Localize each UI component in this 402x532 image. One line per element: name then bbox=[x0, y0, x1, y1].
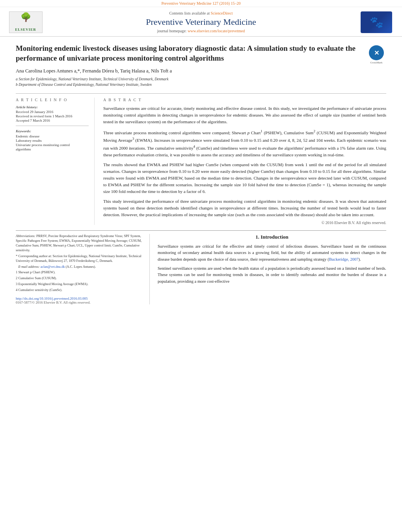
fn2: 2 Cumulative Sum (CUSUM). bbox=[16, 276, 144, 281]
doi-anchor[interactable]: http://dx.doi.org/10.1016/j.prevetmed.20… bbox=[16, 297, 88, 300]
abstract-para3: The results showed that EWMA and PSHEW h… bbox=[103, 161, 386, 195]
affiliation-a: a Section for Epidemiology, National Vet… bbox=[16, 76, 386, 82]
article-title-section: Monitoring endemic livestock diseases us… bbox=[16, 44, 386, 64]
article-title: Monitoring endemic livestock diseases us… bbox=[16, 44, 367, 63]
intro-heading: 1. Introduction bbox=[158, 234, 386, 240]
crossmark-logo[interactable]: ✕ CrossMark bbox=[367, 45, 386, 64]
email-link[interactable]: aclan@vet.dnu.dk bbox=[41, 265, 65, 269]
abstract-text: Surveillance systems are critical for ac… bbox=[103, 105, 386, 219]
fn1: 1 Shewart p Chart (PSHEW). bbox=[16, 270, 144, 275]
abbreviations: Abbreviations: PRRSV, Porcine Reproducti… bbox=[16, 234, 144, 253]
keywords-label: Keywords: bbox=[16, 129, 89, 133]
elsevier-box: 🌳 ELSEVIER bbox=[9, 11, 43, 33]
footnotes-col: Abbreviations: PRRSV, Porcine Reproducti… bbox=[16, 234, 150, 304]
article-info-heading: A R T I C L E I N F O bbox=[16, 98, 89, 102]
intro-para1: Surveillance systems are critical for th… bbox=[158, 243, 386, 263]
fn3: 3 Exponentially Weighted Moving Average … bbox=[16, 282, 144, 287]
abstract-para4: This study investigated the performance … bbox=[103, 198, 386, 218]
homepage-label: journal homepage: bbox=[157, 29, 187, 33]
fn4: 4 Cumulative sensitivity (CumSe). bbox=[16, 288, 144, 293]
bottom-two-col: Abbreviations: PRRSV, Porcine Reproducti… bbox=[16, 234, 386, 304]
authors-text: Ana Carolina Lopes Antunes a,*, Fernanda… bbox=[16, 68, 172, 74]
abstract-heading: A B S T R A C T bbox=[103, 98, 386, 102]
contents-label: Contents lists available at bbox=[169, 11, 209, 15]
col-right: A B S T R A C T Surveillance systems are… bbox=[103, 98, 386, 225]
abstract-para2: Three univariate process monitoring cont… bbox=[103, 128, 386, 158]
corresponding-text: * Corresponding author at: Section for E… bbox=[16, 254, 141, 263]
intro-para2: Sentinel surveillance systems are used w… bbox=[158, 265, 386, 285]
email-label: E-mail address: bbox=[18, 265, 39, 269]
journal-logo-right: 🐾 bbox=[359, 10, 394, 34]
article-info-abstract: A R T I C L E I N F O Article history: R… bbox=[16, 93, 386, 225]
intro-text: Surveillance systems are critical for th… bbox=[158, 243, 386, 285]
history-label: Article history: bbox=[16, 105, 89, 109]
bottom-divider bbox=[16, 230, 386, 231]
crossmark-label: CrossMark bbox=[370, 61, 382, 64]
header-center: Contents lists available at ScienceDirec… bbox=[43, 11, 359, 33]
crossmark-icon: ✕ bbox=[369, 45, 384, 60]
buckeridge-link[interactable]: Buckeridge, 2007 bbox=[329, 257, 359, 261]
col-left: A R T I C L E I N F O Article history: R… bbox=[16, 98, 95, 225]
elsevier-logo: 🌳 ELSEVIER bbox=[8, 10, 43, 34]
elsevier-tree-icon: 🌳 bbox=[20, 13, 31, 22]
accepted-date: Accepted 7 March 2016 bbox=[16, 119, 89, 122]
keyword-1: Endemic disease bbox=[16, 134, 89, 138]
journal-header: 🌳 ELSEVIER Contents lists available at S… bbox=[0, 7, 402, 37]
affiliations: a Section for Epidemiology, National Vet… bbox=[16, 76, 386, 88]
affiliation-b: b Department of Disease Control and Epid… bbox=[16, 82, 386, 87]
citation-text: Preventive Veterinary Medicine 127 (2016… bbox=[161, 1, 240, 6]
keyword-2: Laboratory results bbox=[16, 139, 89, 143]
doi-link[interactable]: http://dx.doi.org/10.1016/j.prevetmed.20… bbox=[16, 297, 144, 300]
email-line: E-mail address: aclan@vet.dnu.dk (A.C. L… bbox=[16, 265, 144, 269]
page: Preventive Veterinary Medicine 127 (2016… bbox=[0, 0, 402, 308]
journal-logo-icon: 🐾 bbox=[370, 16, 383, 29]
sciencedirect-link[interactable]: ScienceDirect bbox=[210, 11, 233, 15]
journal-title: Preventive Veterinary Medicine bbox=[51, 17, 351, 27]
intro-col: 1. Introduction Surveillance systems are… bbox=[158, 234, 386, 304]
corresponding-author: * Corresponding author at: Section for E… bbox=[16, 254, 144, 263]
copyright: © 2016 Elsevier B.V. All rights reserved… bbox=[103, 221, 386, 225]
issn-text: 0167-5877/© 2016 Elsevier B.V. All right… bbox=[16, 300, 144, 304]
journal-meta-top: Contents lists available at ScienceDirec… bbox=[51, 11, 351, 15]
citation-line: Preventive Veterinary Medicine 127 (2016… bbox=[0, 0, 402, 7]
keyword-4: algorithms bbox=[16, 147, 89, 151]
article-content: Monitoring endemic livestock diseases us… bbox=[0, 37, 402, 308]
journal-logo-box: 🐾 bbox=[361, 11, 392, 33]
revised-date: Received in revised form 1 March 2016 bbox=[16, 114, 89, 118]
journal-homepage: journal homepage: www.elsevier.com/locat… bbox=[51, 29, 351, 33]
authors: Ana Carolina Lopes Antunes a,*, Fernanda… bbox=[16, 68, 386, 74]
elsevier-label: ELSEVIER bbox=[15, 28, 36, 32]
received-date: Received 29 January 2016 bbox=[16, 110, 89, 114]
email-suffix: (A.C. Lopes Antunes). bbox=[66, 265, 96, 269]
homepage-link[interactable]: www.elsevier.com/locate/prevetmed bbox=[188, 29, 245, 33]
abbrev-label: Abbreviations: bbox=[16, 234, 35, 238]
abstract-para1: Surveillance systems are critical for ac… bbox=[103, 105, 386, 125]
divider bbox=[16, 126, 89, 126]
keyword-3: Univariate process monitoring control bbox=[16, 143, 89, 147]
